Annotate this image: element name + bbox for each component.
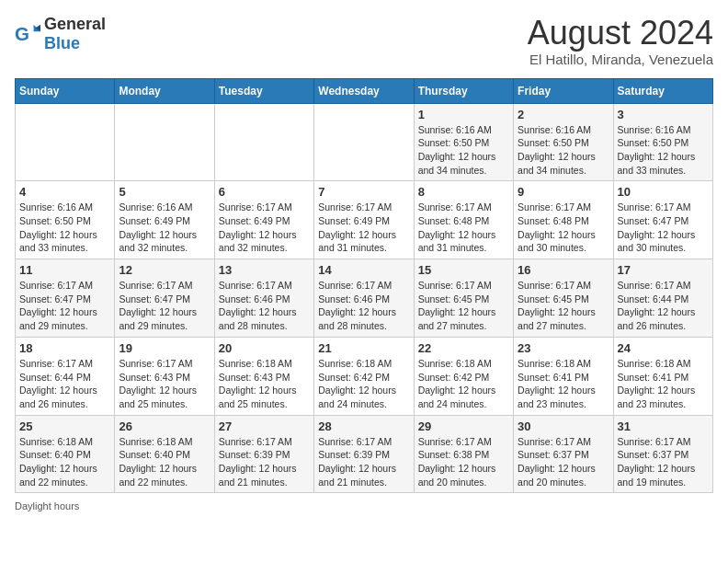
- calendar-cell: 12Sunrise: 6:17 AMSunset: 6:47 PMDayligh…: [115, 259, 214, 338]
- day-number: 15: [418, 263, 509, 277]
- calendar-cell: 4Sunrise: 6:16 AMSunset: 6:50 PMDaylight…: [16, 181, 115, 259]
- calendar-cell: 25Sunrise: 6:18 AMSunset: 6:40 PMDayligh…: [16, 415, 115, 493]
- calendar-cell: 23Sunrise: 6:18 AMSunset: 6:41 PMDayligh…: [514, 337, 613, 415]
- day-info: Sunrise: 6:17 AMSunset: 6:45 PMDaylight:…: [518, 279, 609, 333]
- day-info: Sunrise: 6:17 AMSunset: 6:49 PMDaylight:…: [318, 201, 409, 255]
- logo: G General Blue: [15, 15, 106, 53]
- calendar-cell: 27Sunrise: 6:17 AMSunset: 6:39 PMDayligh…: [214, 415, 313, 493]
- page-subtitle: El Hatillo, Miranda, Venezuela: [528, 52, 713, 67]
- day-number: 11: [19, 263, 110, 277]
- calendar-day-header: Friday: [514, 78, 613, 103]
- day-info: Sunrise: 6:17 AMSunset: 6:49 PMDaylight:…: [219, 201, 310, 255]
- day-number: 27: [219, 419, 310, 433]
- day-info: Sunrise: 6:17 AMSunset: 6:43 PMDaylight:…: [119, 357, 210, 411]
- calendar-cell: 22Sunrise: 6:18 AMSunset: 6:42 PMDayligh…: [414, 337, 513, 415]
- day-number: 10: [618, 185, 709, 199]
- day-info: Sunrise: 6:17 AMSunset: 6:45 PMDaylight:…: [418, 279, 509, 333]
- calendar-cell: 14Sunrise: 6:17 AMSunset: 6:46 PMDayligh…: [314, 259, 414, 338]
- calendar-cell: 29Sunrise: 6:17 AMSunset: 6:38 PMDayligh…: [414, 415, 513, 493]
- day-info: Sunrise: 6:18 AMSunset: 6:42 PMDaylight:…: [318, 357, 409, 411]
- day-info: Sunrise: 6:16 AMSunset: 6:49 PMDaylight:…: [119, 201, 210, 255]
- day-info: Sunrise: 6:17 AMSunset: 6:48 PMDaylight:…: [518, 201, 609, 255]
- calendar-cell: 3Sunrise: 6:16 AMSunset: 6:50 PMDaylight…: [613, 103, 712, 181]
- day-info: Sunrise: 6:17 AMSunset: 6:38 PMDaylight:…: [418, 435, 509, 489]
- calendar-cell: 13Sunrise: 6:17 AMSunset: 6:46 PMDayligh…: [214, 259, 313, 338]
- day-number: 3: [618, 108, 709, 121]
- day-number: 18: [19, 341, 110, 355]
- day-number: 17: [618, 263, 709, 277]
- logo-icon: G: [15, 21, 40, 47]
- day-number: 1: [418, 108, 509, 121]
- title-area: August 2024 El Hatillo, Miranda, Venezue…: [528, 15, 713, 67]
- calendar-cell: 10Sunrise: 6:17 AMSunset: 6:47 PMDayligh…: [613, 181, 712, 259]
- calendar-cell: 18Sunrise: 6:17 AMSunset: 6:44 PMDayligh…: [16, 337, 115, 415]
- calendar-cell: 28Sunrise: 6:17 AMSunset: 6:39 PMDayligh…: [314, 415, 414, 493]
- calendar-table: SundayMondayTuesdayWednesdayThursdayFrid…: [15, 78, 713, 494]
- calendar-cell: 19Sunrise: 6:17 AMSunset: 6:43 PMDayligh…: [115, 337, 214, 415]
- day-info: Sunrise: 6:17 AMSunset: 6:39 PMDaylight:…: [318, 435, 409, 489]
- calendar-cell: [16, 103, 115, 181]
- day-number: 16: [518, 263, 609, 277]
- day-number: 13: [219, 263, 310, 277]
- footer-note: Daylight hours: [15, 500, 713, 511]
- day-info: Sunrise: 6:16 AMSunset: 6:50 PMDaylight:…: [618, 123, 709, 178]
- calendar-cell: [314, 103, 414, 181]
- page-header: G General Blue August 2024 El Hatillo, M…: [15, 15, 713, 67]
- day-info: Sunrise: 6:18 AMSunset: 6:41 PMDaylight:…: [618, 357, 709, 411]
- day-info: Sunrise: 6:17 AMSunset: 6:46 PMDaylight:…: [219, 279, 310, 333]
- day-number: 7: [318, 185, 409, 199]
- day-info: Sunrise: 6:18 AMSunset: 6:40 PMDaylight:…: [119, 435, 210, 489]
- day-info: Sunrise: 6:18 AMSunset: 6:42 PMDaylight:…: [418, 357, 509, 411]
- day-number: 25: [19, 419, 110, 433]
- calendar-day-header: Thursday: [414, 78, 513, 103]
- calendar-cell: 24Sunrise: 6:18 AMSunset: 6:41 PMDayligh…: [613, 337, 712, 415]
- day-number: 28: [318, 419, 409, 433]
- day-number: 31: [618, 419, 709, 433]
- calendar-cell: 20Sunrise: 6:18 AMSunset: 6:43 PMDayligh…: [214, 337, 313, 415]
- calendar-day-header: Sunday: [16, 78, 115, 103]
- calendar-cell: 9Sunrise: 6:17 AMSunset: 6:48 PMDaylight…: [514, 181, 613, 259]
- day-info: Sunrise: 6:18 AMSunset: 6:40 PMDaylight:…: [19, 435, 110, 489]
- day-number: 29: [418, 419, 509, 433]
- day-info: Sunrise: 6:17 AMSunset: 6:47 PMDaylight:…: [19, 279, 110, 333]
- calendar-day-header: Monday: [115, 78, 214, 103]
- calendar-cell: 17Sunrise: 6:17 AMSunset: 6:44 PMDayligh…: [613, 259, 712, 338]
- day-info: Sunrise: 6:18 AMSunset: 6:41 PMDaylight:…: [518, 357, 609, 411]
- day-number: 21: [318, 341, 409, 355]
- calendar-week-row: 11Sunrise: 6:17 AMSunset: 6:47 PMDayligh…: [16, 259, 713, 338]
- calendar-cell: 11Sunrise: 6:17 AMSunset: 6:47 PMDayligh…: [16, 259, 115, 338]
- day-info: Sunrise: 6:16 AMSunset: 6:50 PMDaylight:…: [418, 123, 509, 178]
- calendar-cell: [115, 103, 214, 181]
- calendar-cell: 5Sunrise: 6:16 AMSunset: 6:49 PMDaylight…: [115, 181, 214, 259]
- day-number: 22: [418, 341, 509, 355]
- calendar-cell: 1Sunrise: 6:16 AMSunset: 6:50 PMDaylight…: [414, 103, 513, 181]
- page-title: August 2024: [528, 15, 713, 52]
- day-number: 2: [518, 108, 609, 121]
- day-info: Sunrise: 6:17 AMSunset: 6:48 PMDaylight:…: [418, 201, 509, 255]
- calendar-body: 1Sunrise: 6:16 AMSunset: 6:50 PMDaylight…: [16, 103, 713, 493]
- calendar-day-header: Wednesday: [314, 78, 414, 103]
- day-number: 24: [618, 341, 709, 355]
- calendar-day-header: Tuesday: [214, 78, 313, 103]
- day-number: 6: [219, 185, 310, 199]
- calendar-cell: 7Sunrise: 6:17 AMSunset: 6:49 PMDaylight…: [314, 181, 414, 259]
- calendar-week-row: 18Sunrise: 6:17 AMSunset: 6:44 PMDayligh…: [16, 337, 713, 415]
- calendar-cell: 16Sunrise: 6:17 AMSunset: 6:45 PMDayligh…: [514, 259, 613, 338]
- logo-text: General Blue: [44, 15, 106, 53]
- day-number: 8: [418, 185, 509, 199]
- calendar-cell: 30Sunrise: 6:17 AMSunset: 6:37 PMDayligh…: [514, 415, 613, 493]
- calendar-cell: 8Sunrise: 6:17 AMSunset: 6:48 PMDaylight…: [414, 181, 513, 259]
- calendar-cell: 15Sunrise: 6:17 AMSunset: 6:45 PMDayligh…: [414, 259, 513, 338]
- day-number: 4: [19, 185, 110, 199]
- day-number: 14: [318, 263, 409, 277]
- calendar-cell: [214, 103, 313, 181]
- day-info: Sunrise: 6:17 AMSunset: 6:47 PMDaylight:…: [119, 279, 210, 333]
- day-info: Sunrise: 6:16 AMSunset: 6:50 PMDaylight:…: [518, 123, 609, 178]
- day-number: 26: [119, 419, 210, 433]
- day-number: 23: [518, 341, 609, 355]
- svg-text:G: G: [15, 23, 29, 44]
- calendar-week-row: 1Sunrise: 6:16 AMSunset: 6:50 PMDaylight…: [16, 103, 713, 181]
- day-info: Sunrise: 6:18 AMSunset: 6:43 PMDaylight:…: [219, 357, 310, 411]
- day-info: Sunrise: 6:17 AMSunset: 6:44 PMDaylight:…: [618, 279, 709, 333]
- day-number: 9: [518, 185, 609, 199]
